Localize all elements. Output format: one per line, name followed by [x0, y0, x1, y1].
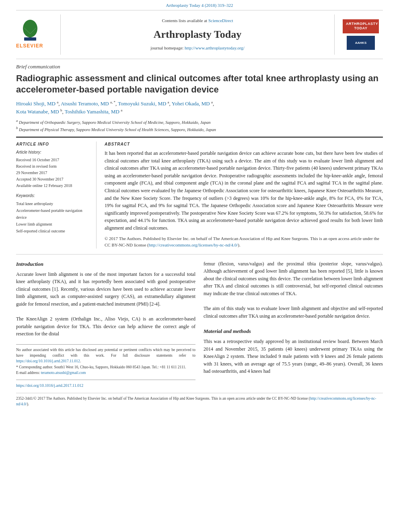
footnote-email: E-mail address: teramoto.atsushi@gmail.c… — [16, 370, 195, 376]
elsevier-logo-area: ELSEVIER — [16, 14, 60, 54]
history-online: Available online 12 February 2018 — [16, 183, 90, 189]
section-divider — [16, 254, 383, 255]
keyword-1: Total knee arthroplasty — [16, 200, 90, 207]
journal-reference: Arthroplasty Today 4 (2018) 319–322 — [0, 0, 399, 10]
keywords-heading: Keywords: — [16, 193, 90, 199]
body-content: Introduction Accurate lower limb alignme… — [16, 260, 383, 389]
footnote-area: No author associated with this article h… — [16, 344, 195, 376]
abstract-heading: ABSTRACT — [105, 142, 383, 147]
journal-homepage-line: journal homepage: http://www.arthroplast… — [150, 45, 245, 51]
authors-line: Hiroaki Shoji, MD a, Atsushi Teramoto, M… — [16, 100, 383, 116]
affiliation-b: b Department of Physical Therapy, Sappor… — [16, 125, 383, 133]
article-info-abstract-section: ARTICLE INFO Article history: Received 1… — [16, 137, 383, 249]
journal-homepage-link[interactable]: http://www.arthroplastytoday.org/ — [185, 45, 245, 50]
history-revised-date: 29 November 2017 — [16, 170, 90, 176]
email-link[interactable]: teramoto.atsushi@gmail.com — [41, 371, 86, 375]
material-methods-heading: Material and methods — [204, 327, 383, 335]
elsevier-name: ELSEVIER — [16, 43, 43, 49]
affiliations: a Department of Orthopaedic Surgery, Sap… — [16, 118, 383, 133]
doi-line[interactable]: https://doi.org/10.1016/j.artd.2017.11.0… — [16, 380, 195, 389]
author-3: Tomoyuki Suzuki, MD — [118, 101, 166, 107]
author-5: Kota Watanabe, MD — [16, 109, 59, 115]
journal-header: ELSEVIER Contents lists available at Sci… — [16, 10, 383, 59]
article-type: Brief communication — [16, 63, 383, 70]
journal-title-area: Contents lists available at ScienceDirec… — [60, 14, 335, 54]
arthroplasty-today-badge: ARTHROPLASTY TODAY — [343, 19, 379, 33]
footnote-corresponding: * Corresponding author. South1 West 16, … — [16, 364, 195, 370]
affiliation-a: a Department of Orthopaedic Surgery, Sap… — [16, 118, 383, 125]
history-accepted: Accepted 30 November 2017 — [16, 176, 90, 183]
author-1: Hiroaki Shoji, MD — [16, 101, 56, 107]
author-4: Yohei Okada, MD — [172, 101, 210, 107]
science-direct-line: Contents lists available at ScienceDirec… — [162, 18, 233, 24]
footnote-disclosure: No author associated with this article h… — [16, 347, 195, 364]
author-6: Toshihiko Yamashita, MD — [65, 109, 119, 115]
science-direct-link[interactable]: ScienceDirect — [208, 18, 233, 23]
keyword-2: Accelerometer-based portable navigation … — [16, 207, 90, 221]
introduction-text: Accurate lower limb alignment is one of … — [16, 271, 195, 308]
email-label: E-mail address: — [16, 371, 40, 375]
article-title: Radiographic assessment and clinical out… — [16, 73, 383, 96]
main-content: Brief communication Radiographic assessm… — [0, 59, 399, 415]
introduction-text-2: The KneeAlign 2 system (Orthalign Inc., … — [16, 315, 195, 338]
history-received: Received 16 October 2017 — [16, 157, 90, 163]
copyright-line: © 2017 The Authors. Published by Elsevie… — [105, 235, 383, 249]
article-info-heading: ARTICLE INFO — [16, 142, 90, 147]
introduction-heading: Introduction — [16, 260, 195, 268]
article-info-column: ARTICLE INFO Article history: Received 1… — [16, 142, 97, 249]
history-revised-label: Received in revised form — [16, 163, 90, 170]
intro-continuation: femur (flexion, varus/valgus) and the pr… — [204, 260, 383, 298]
journal-title: Arthroplasty Today — [154, 27, 241, 42]
disclosure-link[interactable]: https://doi.org/10.1016/j.artd.2017.11.0… — [16, 359, 80, 363]
aahks-badge: AAHKS — [347, 36, 375, 50]
author-2: Atsushi Teramoto, MD — [61, 101, 109, 107]
abstract-text: It has been reported that an acceleromet… — [105, 150, 383, 232]
svg-rect-4 — [24, 37, 36, 41]
elsevier-tree-icon — [16, 20, 44, 42]
article-history-label: Article history: — [16, 150, 90, 155]
abstract-column: ABSTRACT It has been reported that an ac… — [105, 142, 383, 249]
intro-aim: The aim of this study was to evaluate lo… — [204, 305, 383, 320]
keyword-4: Self-reported clinical outcome — [16, 228, 90, 234]
journal-badges: ARTHROPLASTY TODAY AAHKS — [335, 14, 383, 54]
body-left-col: Introduction Accurate lower limb alignme… — [16, 260, 195, 389]
keyword-3: Lower limb alignment — [16, 221, 90, 228]
body-right-col: femur (flexion, varus/valgus) and the pr… — [204, 260, 383, 389]
cc-license-link[interactable]: http://creativecommons.org/licenses/by-n… — [149, 242, 238, 247]
bottom-copyright: 2352-3441/© 2017 The Authors. Published … — [16, 393, 383, 407]
material-methods-text: This was a retrospective study approved … — [204, 338, 383, 375]
